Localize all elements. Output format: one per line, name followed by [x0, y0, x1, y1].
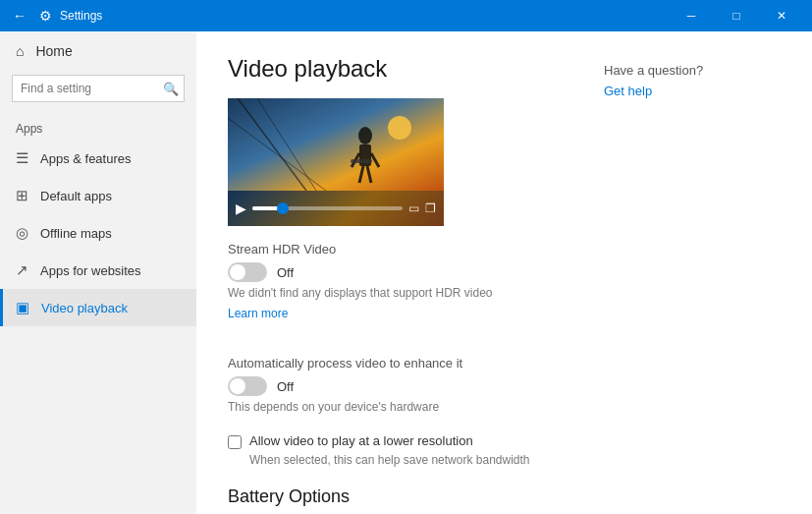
search-icon: 🔍 — [163, 82, 179, 96]
sidebar-item-default-apps[interactable]: ⊞ Default apps — [0, 177, 196, 214]
auto-process-group: Automatically process video to enhance i… — [228, 356, 572, 414]
home-icon: ⌂ — [16, 43, 24, 59]
video-overlay: ▶ ▭ ❐ — [228, 191, 444, 226]
settings-icon: ⚙ — [39, 8, 52, 24]
sidebar-item-label: Apps for websites — [40, 263, 141, 278]
auto-process-label: Automatically process video to enhance i… — [228, 356, 572, 371]
svg-rect-0 — [228, 98, 444, 191]
lower-resolution-group: Allow video to play at a lower resolutio… — [228, 433, 572, 467]
stream-hdr-toggle-row: Off — [228, 262, 572, 282]
title-bar: ← ⚙ Settings ─ □ ✕ — [0, 0, 812, 31]
help-panel: Have a question? Get help — [604, 55, 781, 490]
video-player: ▶ ▭ ❐ — [228, 98, 444, 226]
battery-section-title: Battery Options — [228, 486, 572, 507]
video-playback-icon: ▣ — [16, 299, 29, 316]
sidebar-item-apps-features[interactable]: ☰ Apps & features — [0, 140, 196, 177]
home-label: Home — [35, 43, 72, 59]
sidebar-item-video-playback[interactable]: ▣ Video playback — [0, 289, 196, 326]
play-button[interactable]: ▶ — [236, 200, 246, 216]
stream-hdr-toggle-text: Off — [277, 265, 294, 280]
maximize-button[interactable]: □ — [714, 0, 759, 31]
help-title: Have a question? — [604, 63, 781, 78]
close-button[interactable]: ✕ — [759, 0, 804, 31]
video-scene-svg — [228, 98, 444, 191]
subtitles-icon[interactable]: ▭ — [408, 201, 419, 215]
main-layout: ⌂ Home 🔍 Apps ☰ Apps & features ⊞ Defaul… — [0, 31, 812, 514]
battery-options-group: Battery Options When watching movies and… — [228, 486, 572, 514]
lower-resolution-checkbox[interactable] — [228, 435, 242, 449]
window-controls: ─ □ ✕ — [669, 0, 804, 31]
search-input[interactable] — [12, 75, 185, 102]
apps-websites-icon: ↗ — [16, 261, 28, 279]
svg-rect-10 — [351, 159, 372, 163]
sidebar-item-label: Offline maps — [40, 226, 112, 241]
auto-process-toggle-text: Off — [277, 379, 294, 394]
search-box: 🔍 — [12, 75, 185, 102]
sidebar-item-label: Video playback — [41, 301, 128, 315]
apps-features-icon: ☰ — [16, 149, 28, 167]
default-apps-icon: ⊞ — [16, 187, 28, 204]
stream-hdr-group: Stream HDR Video Off We didn't find any … — [228, 242, 572, 336]
stream-hdr-desc: We didn't find any displays that support… — [228, 286, 572, 300]
lower-resolution-row: Allow video to play at a lower resolutio… — [228, 433, 572, 449]
auto-process-toggle-row: Off — [228, 376, 572, 396]
auto-process-desc: This depends on your device's hardware — [228, 400, 572, 414]
stream-hdr-label: Stream HDR Video — [228, 242, 572, 257]
content-main: Video playback — [228, 55, 572, 490]
title-bar-left: ← ⚙ Settings — [8, 4, 102, 28]
sidebar-section-label: Apps — [0, 114, 196, 140]
content-area: Video playback — [196, 31, 812, 514]
lower-resolution-desc: When selected, this can help save networ… — [249, 453, 572, 467]
learn-more-link[interactable]: Learn more — [228, 307, 288, 320]
svg-point-11 — [388, 116, 411, 140]
svg-point-4 — [358, 127, 372, 144]
get-help-link[interactable]: Get help — [604, 84, 652, 98]
back-button[interactable]: ← — [8, 4, 31, 28]
fullscreen-icon[interactable]: ❐ — [425, 201, 436, 215]
progress-thumb — [277, 202, 289, 214]
video-scene — [228, 98, 444, 191]
stream-hdr-toggle[interactable] — [228, 262, 267, 282]
auto-process-toggle[interactable] — [228, 376, 267, 396]
title-bar-title: Settings — [60, 9, 102, 23]
progress-bar[interactable] — [252, 206, 403, 210]
sidebar-item-label: Apps & features — [40, 151, 132, 166]
lower-resolution-label: Allow video to play at a lower resolutio… — [249, 433, 473, 448]
sidebar: ⌂ Home 🔍 Apps ☰ Apps & features ⊞ Defaul… — [0, 31, 196, 514]
sidebar-item-offline-maps[interactable]: ◎ Offline maps — [0, 214, 196, 252]
page-title: Video playback — [228, 55, 572, 83]
offline-maps-icon: ◎ — [16, 224, 28, 242]
sidebar-item-label: Default apps — [40, 189, 112, 203]
sidebar-item-apps-websites[interactable]: ↗ Apps for websites — [0, 252, 196, 289]
minimize-button[interactable]: ─ — [669, 0, 714, 31]
home-nav-item[interactable]: ⌂ Home — [0, 31, 196, 71]
